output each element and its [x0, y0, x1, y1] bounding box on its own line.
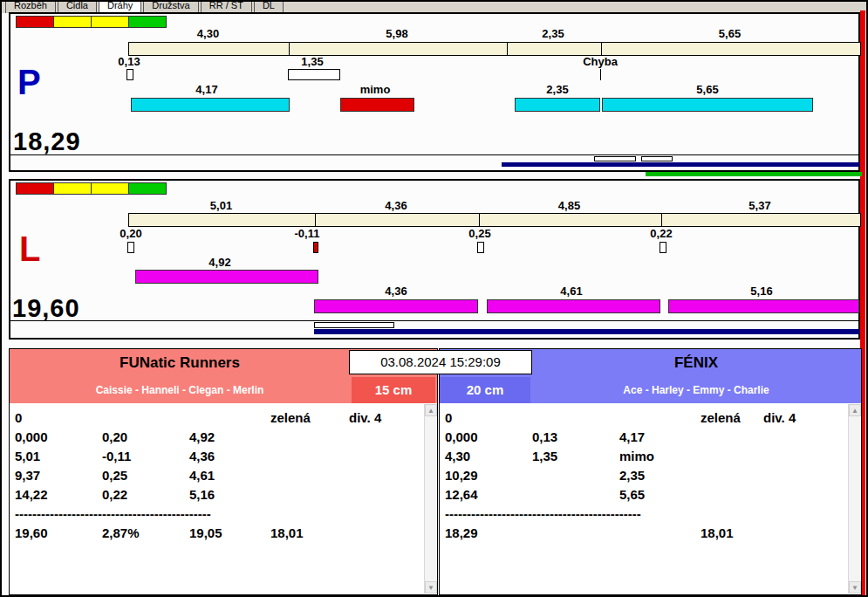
scroll-up-icon[interactable]: ▲ [849, 404, 861, 416]
team-panel-right: FÉNIX 20 cm Ace - Harley - Emmy - Charli… [439, 348, 862, 595]
segment-bar [131, 98, 290, 112]
table-cell: 5,16 [189, 486, 270, 505]
scale-bar [128, 213, 861, 227]
table-cell [619, 505, 701, 525]
table-cell [532, 525, 619, 544]
segment-bar [602, 98, 813, 112]
table-cell [349, 486, 425, 505]
table-cell [270, 505, 349, 525]
table-cell [763, 505, 849, 525]
table-cell: zelená [701, 409, 763, 429]
table-cell: 0,20 [102, 429, 189, 448]
table-cell [270, 448, 349, 467]
scroll-down-icon[interactable]: ▼ [849, 581, 861, 594]
lane-panel-p: 4,30 5,98 2,35 5,65 0,13 1,35 Chyba 4,17… [9, 12, 860, 172]
table-cell [189, 409, 270, 429]
lane-total-time: 18,29 [13, 127, 81, 156]
team-subheader: 20 cm Ace - Harley - Emmy - Charlie [440, 377, 861, 403]
result-table: 0zelenádiv. 40,0000,204,925,01-0,114,369… [10, 403, 425, 594]
segment-time-label: 4,17 [179, 84, 235, 96]
table-cell: -0,11 [102, 448, 189, 467]
team-panel-left: FUNatic Runners Caissie - Hanneli - Cleg… [9, 348, 438, 595]
traffic-yellow-light [91, 182, 129, 195]
table-cell: 5,65 [619, 486, 701, 505]
table-cell [532, 486, 619, 505]
table-cell [763, 429, 849, 448]
team-members: Caissie - Hanneli - Clegan - Merlin [10, 377, 350, 403]
traffic-green-light [128, 16, 167, 28]
table-row: 9,370,254,61 [10, 467, 425, 486]
table-cell: mimo [619, 448, 701, 467]
table-cell [619, 409, 701, 429]
segment-time-label: 5,65 [680, 84, 735, 96]
scroll-up-icon[interactable]: ▲ [425, 404, 437, 416]
table-cell [189, 505, 270, 525]
split-time-label: 5,98 [288, 28, 506, 40]
table-cell [763, 448, 849, 467]
team-subheader: Caissie - Hanneli - Clegan - Merlin 15 c… [10, 377, 437, 403]
table-cell [701, 467, 763, 486]
scrollbar[interactable]: ▲ ▼ [424, 404, 437, 594]
split-time-label: 4,30 [128, 28, 288, 40]
table-cell [701, 505, 763, 525]
table-cell [270, 429, 349, 448]
table-cell: 1,35 [532, 448, 619, 467]
table-cell: 0,22 [102, 486, 189, 505]
table-cell: 4,30 [445, 448, 532, 467]
lane-panel-l: 5,01 4,36 4,85 5,37 0,20 -0,11 0,25 0,22… [9, 179, 860, 340]
scroll-down-icon[interactable]: ▼ [425, 581, 437, 594]
traffic-red-light [16, 182, 54, 195]
exchange-marker [127, 242, 134, 253]
app-window: Rozběh Čidla Dráhy Družstva RR / ST DL 4… [0, 0, 868, 597]
table-cell [349, 505, 425, 525]
traffic-green-light [128, 182, 167, 195]
fault-label: Chyba [572, 56, 628, 68]
scrollbar[interactable]: ▲ ▼ [848, 404, 861, 594]
table-row: 0,0000,204,92 [10, 429, 425, 448]
table-cell [532, 467, 619, 486]
segment-time-label: mimo [347, 84, 403, 96]
start-marker [126, 69, 133, 80]
panel-divider [10, 320, 858, 321]
table-row: 0zelenádiv. 4 [10, 409, 425, 429]
table-row: 14,220,225,16 [10, 486, 425, 505]
table-cell [349, 448, 425, 467]
segment-time-label: 4,36 [368, 285, 424, 298]
table-cell [270, 486, 349, 505]
table-cell [102, 505, 189, 525]
fault-segment-bar [340, 98, 414, 112]
table-cell: 12,64 [445, 486, 532, 505]
table-row: ----------------------------------------… [440, 505, 849, 525]
table-cell: 0,13 [532, 429, 619, 448]
hurdle-height-badge: 20 cm [440, 377, 530, 403]
table-cell: 4,36 [189, 448, 270, 467]
table-cell [619, 525, 701, 544]
segment-bar [314, 299, 478, 313]
reaction-time-label: -0,11 [279, 228, 335, 240]
table-cell: 18,01 [270, 525, 349, 544]
table-cell [349, 429, 425, 448]
segment-bar [487, 299, 660, 313]
lane-total-time: 19,60 [12, 294, 80, 323]
fault-tick [600, 69, 601, 80]
reaction-time-label: 0,25 [452, 228, 508, 240]
table-cell: 9,37 [15, 467, 102, 486]
table-cell [701, 486, 763, 505]
table-cell: div. 4 [763, 409, 849, 429]
table-cell [763, 467, 849, 486]
table-cell: 18,29 [445, 525, 532, 544]
panel-divider [10, 154, 858, 155]
table-cell: ----------------------------------------… [445, 505, 532, 525]
split-time-label: 5,37 [660, 200, 859, 212]
traffic-red-light [16, 16, 54, 28]
table-cell [701, 429, 763, 448]
table-cell [270, 467, 349, 486]
hurdle-height-badge: 15 cm [352, 377, 435, 403]
table-cell: 2,35 [619, 467, 701, 486]
table-cell: zelená [270, 409, 349, 429]
team-members: Ace - Harley - Emmy - Charlie [531, 377, 861, 403]
table-cell: 18,01 [701, 525, 763, 544]
table-cell: 4,61 [189, 467, 270, 486]
table-cell: 0 [445, 409, 532, 429]
table-cell: ----------------------------------------… [15, 505, 102, 525]
